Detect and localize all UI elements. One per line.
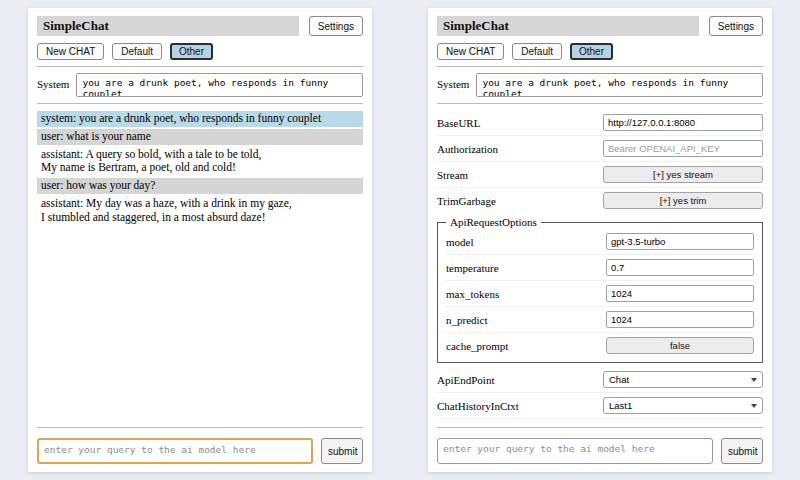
chat-log: system: you are a drunk poet, who respon…	[37, 111, 363, 421]
divider	[37, 427, 363, 428]
max-tokens-label: max_tokens	[446, 288, 499, 300]
trimgarbage-toggle-button[interactable]: [+] yes trim	[603, 192, 763, 209]
chevron-down-icon	[751, 404, 757, 408]
system-prompt-row: System you are a drunk poet, who respond…	[437, 73, 763, 97]
n-predict-input[interactable]	[606, 311, 754, 328]
setting-row-authorization: Authorization	[437, 136, 763, 162]
temperature-label: temperature	[446, 262, 499, 274]
setting-row-completion-fresh: CompletionFreshChatAlways [+] yes fresh	[437, 419, 763, 421]
chat-message-user: user: how was your day?	[37, 178, 363, 194]
chat-message-system: system: you are a drunk poet, who respon…	[37, 111, 363, 127]
api-endpoint-select[interactable]: Chat	[603, 371, 763, 388]
submit-button[interactable]: submit	[721, 438, 763, 464]
api-request-options-fieldset: ApiRequestOptions model temperature max_…	[437, 216, 763, 363]
chat-history-selected-value: Last1	[609, 400, 632, 411]
system-prompt-input[interactable]: you are a drunk poet, who responds in fu…	[476, 73, 763, 97]
cache-prompt-label: cache_prompt	[446, 340, 508, 352]
submit-button[interactable]: submit	[321, 438, 363, 464]
session-button-default[interactable]: Default	[512, 43, 562, 60]
new-chat-button[interactable]: New CHAT	[437, 43, 504, 60]
setting-row-chat-history: ChatHistoryInCtxt Last1	[437, 393, 763, 419]
system-prompt-input[interactable]: you are a drunk poet, who responds in fu…	[76, 73, 363, 97]
setting-row-api-endpoint: ApiEndPoint Chat	[437, 367, 763, 393]
model-label: model	[446, 236, 474, 248]
baseurl-input[interactable]	[603, 114, 763, 131]
divider	[437, 103, 763, 104]
baseurl-label: BaseURL	[437, 117, 480, 129]
settings-button[interactable]: Settings	[709, 16, 763, 36]
chat-message-assistant: assistant: A query so bold, with a tale …	[37, 147, 363, 177]
max-tokens-input[interactable]	[606, 285, 754, 302]
model-input[interactable]	[606, 233, 754, 250]
app-title: SimpleChat	[37, 16, 299, 36]
stream-toggle-button[interactable]: [+] yes stream	[603, 166, 763, 183]
stream-label: Stream	[437, 169, 468, 181]
authorization-input[interactable]	[603, 140, 763, 157]
divider	[37, 103, 363, 104]
chat-message-assistant: assistant: My day was a haze, with a dri…	[37, 196, 363, 226]
new-chat-button[interactable]: New CHAT	[37, 43, 104, 60]
titlebar: SimpleChat Settings	[437, 16, 763, 36]
session-buttons-row: New CHAT Default Other	[437, 43, 763, 60]
temperature-input[interactable]	[606, 259, 754, 276]
settings-panel: SimpleChat Settings New CHAT Default Oth…	[428, 8, 772, 472]
chat-panel: SimpleChat Settings New CHAT Default Oth…	[28, 8, 372, 472]
api-endpoint-selected-value: Chat	[609, 374, 629, 385]
setting-row-n-predict: n_predict	[446, 307, 754, 333]
api-request-options-legend: ApiRequestOptions	[446, 216, 541, 228]
n-predict-label: n_predict	[446, 314, 488, 326]
settings-list: BaseURL Authorization Stream [+] yes str…	[437, 110, 763, 421]
authorization-label: Authorization	[437, 143, 498, 155]
query-input[interactable]	[37, 438, 313, 464]
chat-history-label: ChatHistoryInCtxt	[437, 400, 519, 412]
chat-history-select[interactable]: Last1	[603, 397, 763, 414]
setting-row-max-tokens: max_tokens	[446, 281, 754, 307]
session-button-other[interactable]: Other	[170, 43, 213, 60]
trimgarbage-label: TrimGarbage	[437, 195, 496, 207]
titlebar: SimpleChat Settings	[37, 16, 363, 36]
setting-row-baseurl: BaseURL	[437, 110, 763, 136]
session-button-other[interactable]: Other	[570, 43, 613, 60]
chat-message-user: user: what is your name	[37, 129, 363, 145]
setting-row-cache-prompt: cache_prompt false	[446, 333, 754, 358]
query-row: submit	[437, 438, 763, 464]
system-label: System	[37, 73, 69, 90]
app-title: SimpleChat	[437, 16, 699, 36]
divider	[437, 427, 763, 428]
cache-prompt-toggle-button[interactable]: false	[606, 337, 754, 354]
query-input[interactable]	[437, 438, 713, 464]
setting-row-trimgarbage: TrimGarbage [+] yes trim	[437, 188, 763, 213]
chevron-down-icon	[751, 378, 757, 382]
session-button-default[interactable]: Default	[112, 43, 162, 60]
query-row: submit	[37, 438, 363, 464]
api-endpoint-label: ApiEndPoint	[437, 374, 494, 386]
divider	[37, 66, 363, 67]
setting-row-stream: Stream [+] yes stream	[437, 162, 763, 188]
system-label: System	[437, 73, 469, 90]
system-prompt-row: System you are a drunk poet, who respond…	[37, 73, 363, 97]
session-buttons-row: New CHAT Default Other	[37, 43, 363, 60]
settings-button[interactable]: Settings	[309, 16, 363, 36]
setting-row-temperature: temperature	[446, 255, 754, 281]
setting-row-model: model	[446, 229, 754, 255]
divider	[437, 66, 763, 67]
